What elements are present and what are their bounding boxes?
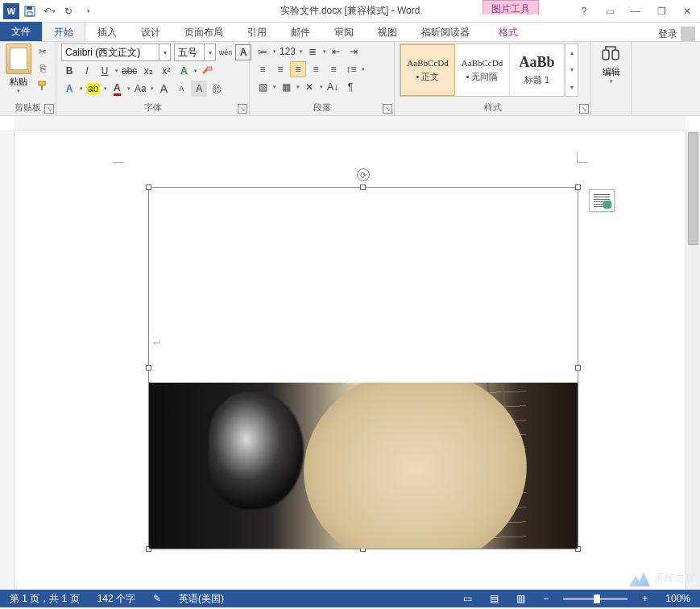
layout-options-button[interactable] (589, 189, 615, 212)
view-read-mode[interactable]: ▭ (460, 590, 475, 607)
justify-button[interactable]: ≡ (308, 61, 324, 77)
clipboard-launcher[interactable]: ↘ (44, 104, 54, 114)
font-name-dropdown[interactable]: ▾ (159, 44, 170, 60)
text-effects2-button[interactable]: A (61, 81, 77, 97)
zoom-level[interactable]: 100% (662, 590, 694, 607)
zoom-slider[interactable] (563, 598, 628, 600)
phonetic-guide-button[interactable]: wén (217, 44, 234, 60)
shading-button[interactable]: ▧ (255, 79, 271, 95)
image-content (149, 383, 578, 549)
align-right-button[interactable]: ≡ (290, 61, 306, 77)
style-nospacing[interactable]: AaBbCcDd • 无间隔 (455, 44, 510, 96)
text-effects-button[interactable]: A (176, 63, 192, 79)
resize-handle-mr[interactable] (575, 365, 581, 371)
proofing-status[interactable]: ✎ (150, 590, 164, 607)
show-marks-button[interactable]: ¶ (342, 79, 358, 95)
distributed-button[interactable]: ≡ (325, 61, 342, 77)
tab-review[interactable]: 审阅 (322, 22, 366, 41)
tab-foxit-reader[interactable]: 福昕阅读器 (409, 22, 482, 41)
resize-handle-tm[interactable] (360, 184, 366, 190)
qat-customize[interactable]: ▾ (79, 2, 97, 20)
zoom-slider-thumb[interactable] (594, 594, 600, 603)
format-painter-button[interactable] (35, 77, 51, 93)
resize-handle-tl[interactable] (146, 184, 151, 190)
font-color-button[interactable]: A (109, 81, 125, 97)
selected-image-frame[interactable]: ⟳ (148, 187, 578, 549)
font-size-dropdown[interactable]: ▾ (204, 44, 215, 60)
paragraph-launcher[interactable]: ↘ (383, 104, 392, 114)
increase-indent-button[interactable]: ⇥ (346, 44, 362, 60)
horizontal-ruler[interactable] (14, 116, 686, 130)
bold-button[interactable]: B (61, 63, 77, 79)
cut-button[interactable]: ✂ (35, 44, 51, 60)
tab-insert[interactable]: 插入 (85, 22, 129, 41)
style-heading1[interactable]: AaBb 标题 1 (510, 44, 565, 96)
font-launcher[interactable]: ↘ (238, 104, 247, 114)
ribbon-display-options[interactable]: ▭ (600, 3, 619, 19)
sign-in[interactable]: 登录 (658, 27, 695, 41)
tab-view[interactable]: 视图 (366, 22, 409, 41)
tab-references[interactable]: 引用 (235, 22, 279, 41)
clear-formatting-button[interactable] (199, 63, 215, 79)
tab-picture-format[interactable]: 格式 (487, 22, 530, 41)
find-button[interactable]: 编辑 ▾ (601, 44, 622, 115)
highlight-button[interactable]: ab (85, 81, 101, 97)
italic-button[interactable]: I (79, 63, 95, 79)
paste-button[interactable]: 粘贴 ▾ (5, 44, 31, 100)
font-name-input[interactable] (62, 44, 159, 60)
word-count-status[interactable]: 142 个字 (94, 590, 139, 607)
restore-button[interactable]: ❐ (652, 3, 671, 19)
styles-launcher[interactable]: ↘ (579, 104, 589, 114)
borders-button[interactable]: ▦ (278, 79, 294, 95)
asian-layout-button[interactable]: ✕ (301, 79, 317, 95)
tab-design[interactable]: 设计 (129, 22, 172, 41)
zoom-out-button[interactable]: − (540, 590, 552, 607)
decrease-indent-button[interactable]: ⇤ (328, 44, 344, 60)
tab-layout[interactable]: 页面布局 (172, 22, 235, 41)
rotate-handle[interactable]: ⟳ (357, 168, 370, 181)
undo-button[interactable]: ↶▾ (40, 2, 58, 20)
language-status[interactable]: 英语(美国) (176, 590, 227, 607)
enclose-char-button[interactable]: ㊕ (209, 81, 225, 97)
shrink-font-button[interactable]: A (173, 81, 189, 97)
underline-button[interactable]: U (97, 63, 113, 79)
char-border-button[interactable]: A (235, 44, 251, 60)
resize-handle-ml[interactable] (146, 365, 151, 371)
char-shading-button[interactable]: A (191, 81, 207, 97)
numbering-button[interactable]: 123 (278, 44, 297, 60)
close-button[interactable]: ✕ (677, 3, 697, 19)
bullets-button[interactable]: ≔ (255, 44, 271, 60)
redo-button[interactable]: ↻ (60, 2, 77, 20)
copy-button[interactable]: ⎘ (35, 60, 51, 77)
resize-handle-tr[interactable] (575, 184, 581, 190)
minimize-button[interactable]: — (626, 3, 645, 19)
tab-home[interactable]: 开始 (42, 22, 85, 41)
file-tab[interactable]: 文件 (0, 22, 42, 41)
line-spacing-button[interactable]: ↕≡ (343, 61, 359, 77)
sort-button[interactable]: A↓ (325, 79, 341, 95)
save-button[interactable] (21, 2, 39, 20)
change-case-button[interactable]: Aa (132, 81, 148, 97)
view-print-layout[interactable]: ▤ (487, 590, 502, 607)
vertical-scrollbar[interactable] (686, 130, 700, 590)
font-size-input[interactable] (175, 44, 204, 60)
styles-gallery[interactable]: AaBbCcDd • 正文 AaBbCcDd • 无间隔 AaBb 标题 1 ▴… (400, 44, 578, 97)
tab-mailings[interactable]: 邮件 (279, 22, 322, 41)
subscript-button[interactable]: x₂ (140, 63, 156, 79)
view-web-layout[interactable]: ▥ (513, 590, 528, 607)
document-page[interactable]: ↵ ⟳ (32, 135, 669, 590)
zoom-in-button[interactable]: + (639, 590, 651, 607)
style-normal[interactable]: AaBbCcDd • 正文 (400, 44, 455, 96)
page-number-status[interactable]: 第 1 页，共 1 页 (6, 590, 83, 607)
strikethrough-button[interactable]: abc (120, 63, 139, 79)
word-app-icon: W (3, 3, 19, 19)
grow-font-button[interactable]: A (155, 81, 172, 97)
scroll-thumb[interactable] (688, 132, 698, 245)
multilevel-button[interactable]: ≣ (304, 44, 321, 60)
align-center-button[interactable]: ≡ (272, 61, 288, 77)
superscript-button[interactable]: x² (158, 63, 174, 79)
styles-more[interactable]: ▴▾▾ (565, 44, 578, 96)
help-button[interactable]: ? (574, 3, 594, 19)
align-left-button[interactable]: ≡ (255, 61, 271, 77)
vertical-ruler[interactable] (0, 130, 14, 590)
